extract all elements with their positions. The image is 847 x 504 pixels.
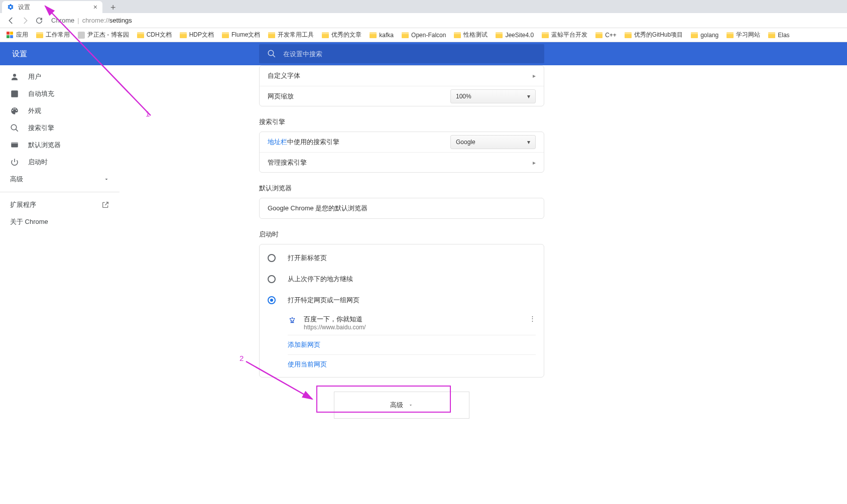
sidebar-item-default-browser[interactable]: 默认浏览器 — [0, 137, 119, 154]
svg-point-9 — [293, 320, 294, 321]
back-button[interactable] — [4, 14, 18, 28]
sidebar-item-autofill[interactable]: 自动填充 — [0, 85, 119, 102]
tab-settings[interactable]: 设置 × — [2, 1, 102, 13]
settings-content: 自定义字体 ▸ 网页缩放 100% ▾ 搜索引擎 地址栏中使用的搜索引擎 Goo… — [119, 65, 847, 504]
folder-icon — [691, 32, 698, 38]
search-input[interactable] — [283, 50, 536, 58]
bookmark-apps[interactable]: 应用 — [4, 30, 31, 40]
startup-option-specific-pages[interactable]: 打开特定网页或一组网页 — [260, 290, 544, 311]
bookmark-item[interactable]: kafka — [367, 31, 396, 40]
settings-search[interactable] — [259, 44, 544, 63]
bookmark-item[interactable]: golang — [688, 31, 721, 40]
folder-icon — [496, 32, 503, 38]
chevron-down-icon — [103, 176, 109, 182]
bookmark-item[interactable]: JeeSite4.0 — [493, 31, 536, 40]
sidebar-extensions[interactable]: 扩展程序 — [0, 196, 119, 213]
bookmark-item[interactable]: 优秀的GitHub项目 — [622, 30, 685, 40]
radio-icon — [268, 275, 276, 283]
bookmark-item[interactable]: 开发常用工具 — [266, 30, 316, 40]
svg-point-5 — [290, 318, 291, 320]
use-current-pages-button[interactable]: 使用当前网页 — [260, 355, 544, 374]
bookmarks-bar: 应用 工作常用尹正杰 - 博客园CDH文档HDP文档Flume文档开发常用工具优… — [0, 28, 847, 42]
bookmark-item[interactable]: 优秀的文章 — [319, 30, 364, 40]
address-scheme: chrome:// — [82, 17, 109, 24]
browser-icon — [10, 141, 19, 150]
svg-point-0 — [268, 50, 274, 56]
bookmark-item[interactable]: 学习网站 — [724, 30, 763, 40]
default-search-engine-row: 地址栏中使用的搜索引擎 Google ▾ — [260, 132, 544, 152]
kebab-icon[interactable]: ⋮ — [529, 315, 536, 322]
default-browser-status: Google Chrome 是您的默认浏览器 — [260, 198, 544, 218]
new-tab-button[interactable]: + — [107, 3, 119, 13]
bookmark-item[interactable]: Elas — [766, 31, 792, 40]
folder-icon — [402, 32, 409, 38]
folder-icon — [768, 32, 775, 38]
bookmark-item[interactable]: C++ — [593, 31, 619, 40]
forward-button[interactable] — [18, 14, 32, 28]
folder-icon — [180, 32, 187, 38]
address-path: settings — [109, 17, 132, 24]
search-engine-section-title: 搜索引擎 — [259, 117, 847, 127]
radio-icon — [268, 296, 276, 304]
folder-icon — [454, 32, 461, 38]
startup-option-new-tab[interactable]: 打开新标签页 — [260, 247, 544, 269]
bookmark-item[interactable]: 性格测试 — [451, 30, 490, 40]
custom-fonts-row[interactable]: 自定义字体 ▸ — [260, 66, 544, 86]
settings-sidebar: 用户 自动填充 外观 搜索引擎 默认浏览器 启动时 高级 扩展程序 — [0, 65, 119, 504]
folder-icon — [268, 32, 275, 38]
startup-page-item: 百度一下，你就知道 https://www.baidu.com/ ⋮ — [260, 311, 544, 335]
annotation-label-2: 2 — [239, 354, 244, 362]
add-new-page-button[interactable]: 添加新网页 — [260, 335, 544, 354]
svg-point-7 — [293, 318, 295, 320]
sidebar-item-on-startup[interactable]: 启动时 — [0, 154, 119, 171]
on-startup-card: 打开新标签页 从上次停下的地方继续 打开特定网页或一组网页 百度一下，你就知道 … — [259, 244, 544, 377]
gear-icon — [7, 4, 14, 11]
sidebar-advanced[interactable]: 高级 — [0, 171, 119, 188]
sidebar-item-appearance[interactable]: 外观 — [0, 102, 119, 119]
search-icon — [10, 123, 19, 133]
folder-icon — [137, 32, 144, 38]
power-icon — [10, 158, 19, 167]
sidebar-item-search-engine[interactable]: 搜索引擎 — [0, 119, 119, 137]
search-engine-dropdown[interactable]: Google ▾ — [450, 135, 536, 149]
settings-header: 设置 — [0, 42, 847, 65]
bookmark-item[interactable]: 尹正杰 - 博客园 — [75, 30, 132, 40]
close-icon[interactable]: × — [93, 3, 97, 11]
address-bar[interactable]: Chrome | chrome://settings — [46, 15, 843, 27]
palette-icon — [10, 106, 19, 115]
radio-icon — [268, 254, 276, 262]
bookmark-item[interactable]: 蓝鲸平台开发 — [539, 30, 590, 40]
tab-title: 设置 — [18, 3, 30, 12]
folder-icon — [542, 32, 549, 38]
startup-page-title: 百度一下，你就知道 — [304, 315, 366, 324]
folder-icon — [727, 32, 734, 38]
chevron-down-icon: ▾ — [527, 93, 530, 100]
page-zoom-dropdown[interactable]: 100% ▾ — [450, 89, 536, 103]
folder-icon — [36, 32, 43, 38]
bookmark-item[interactable]: Flume文档 — [219, 30, 263, 40]
appearance-card: 自定义字体 ▸ 网页缩放 100% ▾ — [259, 65, 544, 106]
search-icon — [267, 49, 276, 58]
page-title: 设置 — [0, 49, 259, 59]
sidebar-about-chrome[interactable]: 关于 Chrome — [0, 213, 119, 230]
sidebar-item-users[interactable]: 用户 — [0, 68, 119, 85]
svg-point-8 — [290, 320, 292, 321]
manage-search-engines-row[interactable]: 管理搜索引擎 ▸ — [260, 152, 544, 172]
bookmark-item[interactable]: HDP文档 — [177, 30, 216, 40]
apps-icon — [7, 32, 14, 39]
browser-tabstrip: 设置 × + — [0, 0, 847, 13]
folder-icon — [370, 32, 377, 38]
startup-option-continue[interactable]: 从上次停下的地方继续 — [260, 269, 544, 290]
bookmark-item[interactable]: CDH文档 — [135, 30, 174, 40]
address-origin: Chrome — [51, 17, 74, 24]
reload-button[interactable] — [32, 14, 46, 28]
svg-point-2 — [11, 124, 17, 130]
bookmark-item[interactable]: Open-Falcon — [399, 31, 448, 40]
annotation-highlight-box — [316, 386, 451, 413]
favicon — [78, 32, 85, 39]
search-engine-card: 地址栏中使用的搜索引擎 Google ▾ 管理搜索引擎 ▸ — [259, 132, 544, 173]
folder-icon — [322, 32, 329, 38]
page-zoom-row: 网页缩放 100% ▾ — [260, 86, 544, 106]
chevron-down-icon: ▾ — [527, 139, 530, 146]
bookmark-item[interactable]: 工作常用 — [34, 30, 72, 40]
